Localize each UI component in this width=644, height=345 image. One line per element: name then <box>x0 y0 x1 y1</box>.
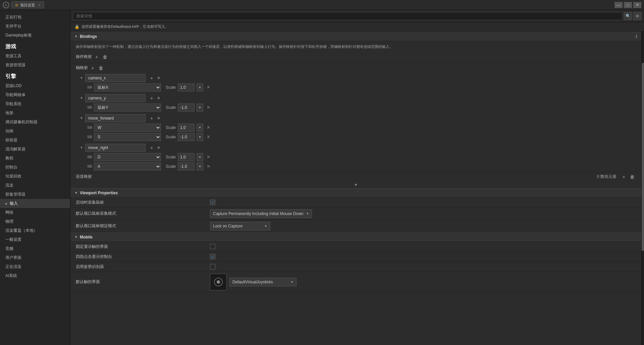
move-right-a-scale-dropdown[interactable]: ▼ <box>197 162 203 170</box>
camera-x-remove-btn[interactable]: ✕ <box>205 84 212 90</box>
checkbox-four-finger[interactable] <box>210 254 215 259</box>
settings-icon-btn[interactable]: ⚙ <box>633 12 641 20</box>
sidebar-item-streaming[interactable]: 流送 <box>0 181 70 190</box>
sidebar-item-packing[interactable]: 正在打包 <box>0 13 70 22</box>
sidebar-item-hlod[interactable]: 层级LOD <box>0 81 70 90</box>
sidebar-item-rendering[interactable]: 正在渲染 <box>0 262 70 271</box>
bindings-info-icon[interactable]: ℹ <box>636 34 637 39</box>
search-icon-btn[interactable]: 🔍 <box>624 12 632 20</box>
move-right-a-scale-input[interactable] <box>178 162 195 170</box>
camera-x-add-btn[interactable]: + <box>149 75 154 81</box>
move-right-name-input[interactable] <box>85 144 146 152</box>
move-right-key-select-d[interactable]: D <box>94 153 161 161</box>
bindings-section-header[interactable]: ▼ Bindings ℹ <box>70 31 641 41</box>
checkbox-always-touch[interactable] <box>210 244 215 249</box>
sidebar-item-input[interactable]: ▶ 输入 <box>0 199 70 208</box>
sidebar-item-platforms[interactable]: 支持平台 <box>0 22 70 31</box>
touch-interface-dropdown[interactable]: DefaultVirtualJoysticks ▼ <box>229 278 297 286</box>
sidebar-item-network[interactable]: 网络 <box>0 208 70 217</box>
move-forward-s-scale-dropdown[interactable]: ▼ <box>197 133 203 141</box>
camera-x-del-btn[interactable]: ✕ <box>156 75 162 81</box>
move-right-d-remove-btn[interactable]: ✕ <box>205 154 212 160</box>
vertical-scrollbar[interactable] <box>641 31 644 345</box>
move-forward-s-remove-btn[interactable]: ✕ <box>205 134 212 140</box>
action-mapping-add-btn[interactable]: + <box>94 54 99 60</box>
sidebar-item-tutorial[interactable]: 教程 <box>0 154 70 163</box>
sidebar-item-gc[interactable]: 垃圾回收 <box>0 172 70 181</box>
sidebar-item-chaos[interactable]: 混沌解算器 <box>0 145 70 154</box>
camera-y-key-select[interactable]: 鼠标Y <box>94 104 161 112</box>
move-forward-key-row-w: ⌨ W Scale ▼ ✕ <box>70 123 641 132</box>
camera-x-scale-dropdown[interactable]: ▼ <box>197 83 203 91</box>
checkbox-capture-mouse[interactable] <box>210 200 215 205</box>
move-right-a-remove-btn[interactable]: ✕ <box>205 163 212 169</box>
sidebar-item-cluster-mgr[interactable]: 群集管理器 <box>0 190 70 199</box>
camera-x-scale-input[interactable] <box>178 83 195 91</box>
move-forward-arrow[interactable]: ▼ <box>80 116 83 120</box>
voice-mapping-add-btn[interactable]: + <box>621 174 627 180</box>
move-right-key-select-a[interactable]: A <box>94 162 161 170</box>
search-input[interactable] <box>73 12 623 20</box>
camera-x-arrow[interactable]: ▼ <box>80 76 83 80</box>
axis-mapping-del-btn[interactable]: 🗑 <box>97 65 105 71</box>
expand-btn[interactable]: ▼ <box>354 183 358 187</box>
sidebar-item-asset-tools[interactable]: 资源工具 <box>0 52 70 61</box>
sidebar-item-animation[interactable]: 动画 <box>0 127 70 136</box>
camera-y-name-input[interactable] <box>85 94 146 102</box>
prop-row-touch-interface: 默认触控界面 DefaultVirtualJoysticks <box>70 272 641 292</box>
sidebar-item-navsystem[interactable]: 导航系统 <box>0 99 70 109</box>
sidebar-item-general-settings[interactable]: 一般设置 <box>0 235 70 244</box>
camera-y-scale-dropdown[interactable]: ▼ <box>197 104 203 112</box>
sidebar-item-navmesh[interactable]: 导航网格体 <box>0 90 70 99</box>
move-forward-name-input[interactable] <box>85 114 146 122</box>
sidebar-item-asset-manager[interactable]: 资源管理器 <box>0 61 70 70</box>
camera-x-key-select[interactable]: 鼠标X <box>94 83 161 91</box>
sidebar-item-audio[interactable]: 音频 <box>0 244 70 253</box>
lock-mode-dropdown[interactable]: Lock on Capture ▼ <box>210 222 270 230</box>
move-right-del-btn[interactable]: ✕ <box>156 145 162 150</box>
scrollbar-thumb[interactable] <box>642 63 644 251</box>
move-forward-s-scale-input[interactable] <box>178 133 195 141</box>
move-forward-w-remove-btn[interactable]: ✕ <box>205 125 212 130</box>
sidebar-item-console[interactable]: 控制台 <box>0 163 70 172</box>
move-forward-key-select-s[interactable]: S <box>94 133 161 141</box>
action-mapping-del-btn[interactable]: 🗑 <box>101 54 109 60</box>
viewport-section-header[interactable]: ▼ Viewport Properties <box>70 188 641 198</box>
camera-y-add-btn[interactable]: + <box>149 95 154 101</box>
move-forward-key-select-w[interactable]: W <box>94 124 161 132</box>
mobile-section-header[interactable]: ▼ Mobile <box>70 232 641 242</box>
capture-mode-dropdown[interactable]: Capture Permanently Including Initial Mo… <box>210 209 312 218</box>
camera-y-del-btn[interactable]: ✕ <box>156 95 162 101</box>
move-forward-del-btn[interactable]: ✕ <box>156 116 162 121</box>
camera-y-arrow[interactable]: ▼ <box>80 96 83 100</box>
sidebar-item-cooker[interactable]: 烘焙器 <box>0 136 70 145</box>
move-forward-w-scale-input[interactable] <box>178 124 195 132</box>
search-bar: 🔍 ⚙ <box>70 10 644 22</box>
title-tab[interactable]: ⚙ 项目设置 × <box>11 1 44 9</box>
move-forward-w-scale-dropdown[interactable]: ▼ <box>197 124 203 132</box>
close-button[interactable]: ✕ <box>633 2 641 8</box>
sidebar-item-render-overrides[interactable]: 渲染覆盖（本地） <box>0 226 70 235</box>
sidebar-item-ai[interactable]: AI系统 <box>0 271 70 280</box>
maximize-button[interactable]: □ <box>624 2 632 8</box>
camera-y-scale-input[interactable] <box>178 104 195 112</box>
camera-y-remove-btn[interactable]: ✕ <box>205 105 212 110</box>
minimize-button[interactable]: — <box>614 2 623 8</box>
sidebar-item-debug-camera[interactable]: 调试摄像机控制器 <box>0 118 70 127</box>
tab-close-btn[interactable]: × <box>38 3 40 7</box>
bindings-section-content: 操作和轴映射提供了一种机制，通过在输入行为和激活该行为的按键之间插入一个间接层，… <box>70 41 641 188</box>
move-forward-add-btn[interactable]: + <box>149 115 154 121</box>
move-right-arrow[interactable]: ▼ <box>80 146 83 149</box>
camera-x-name-input[interactable] <box>85 74 146 82</box>
sidebar-item-ui[interactable]: 用户界面 <box>0 253 70 262</box>
sidebar-item-landscape[interactable]: 地形 <box>0 109 70 118</box>
sidebar-item-physics[interactable]: 物理 <box>0 217 70 226</box>
voice-mapping-del-btn[interactable]: 🗑 <box>629 174 636 180</box>
move-right-d-scale-dropdown[interactable]: ▼ <box>197 153 203 161</box>
move-right-add-btn[interactable]: + <box>149 145 154 151</box>
sidebar-item-gameplay-tags[interactable]: Gameplay标签 <box>0 31 70 40</box>
move-right-d-scale-input[interactable] <box>178 153 195 161</box>
move-right-key-row-a: ⌨ A Scale ▼ ✕ <box>70 162 641 171</box>
checkbox-gestures[interactable] <box>210 264 215 269</box>
axis-mapping-add-btn[interactable]: + <box>90 65 95 71</box>
